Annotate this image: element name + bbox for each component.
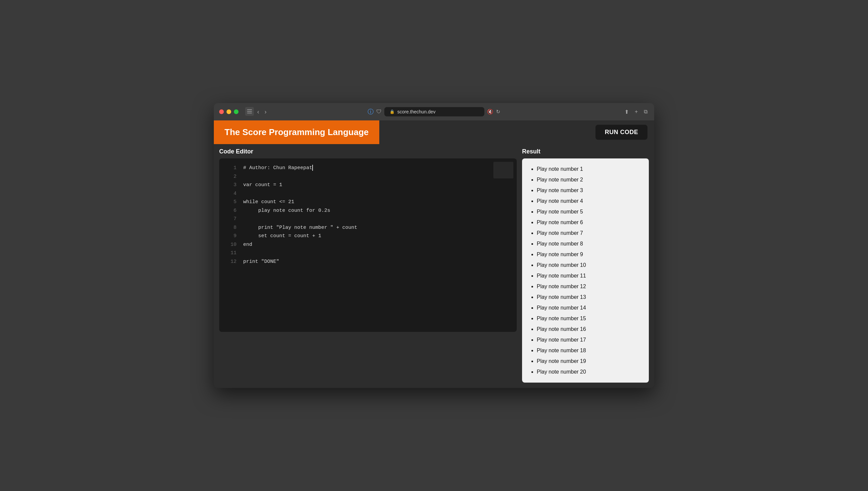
result-list: Play note number 1Play note number 2Play… xyxy=(530,164,641,377)
code-text: var count = 1 xyxy=(243,181,282,190)
svg-rect-0 xyxy=(247,109,252,110)
code-line: 2 xyxy=(219,172,517,181)
refresh-icon[interactable]: ↻ xyxy=(496,109,500,115)
close-button[interactable] xyxy=(219,109,224,114)
svg-rect-2 xyxy=(247,113,252,113)
site-title: The Score Programming Language xyxy=(214,120,379,144)
line-number: 11 xyxy=(225,249,236,258)
minimize-button[interactable] xyxy=(227,109,231,114)
page-info-icon[interactable]: ⓘ xyxy=(368,108,374,116)
code-line: 6 play note count for 0.2s xyxy=(219,206,517,215)
share-button[interactable]: ⬆ xyxy=(623,107,630,116)
result-item: Play note number 12 xyxy=(537,281,641,292)
code-text: end xyxy=(243,240,252,249)
page-header: The Score Programming Language RUN CODE xyxy=(214,120,654,144)
code-line: 3var count = 1 xyxy=(219,181,517,190)
back-button[interactable]: ‹ xyxy=(255,107,261,117)
code-text: # Author: Chun Rapeepat xyxy=(243,164,313,172)
code-lines-container: 1# Author: Chun Rapeepat23var count = 14… xyxy=(219,164,517,266)
result-item: Play note number 15 xyxy=(537,313,641,324)
editor-section: Code Editor 1# Author: Chun Rapeepat23va… xyxy=(219,144,517,383)
line-number: 4 xyxy=(225,190,236,198)
result-item: Play note number 9 xyxy=(537,249,641,260)
browser-window: ‹ › ⓘ 🛡 🔒 score.thechun.dev 🔇 ↻ ⬆ + ⧉ xyxy=(214,103,654,388)
code-text: print "DONE" xyxy=(243,258,279,266)
line-number: 12 xyxy=(225,258,236,266)
result-item: Play note number 2 xyxy=(537,174,641,185)
forward-button[interactable]: › xyxy=(263,107,268,117)
result-box: Play note number 1Play note number 2Play… xyxy=(522,158,649,383)
code-text: set count = count + 1 xyxy=(243,232,321,240)
result-item: Play note number 8 xyxy=(537,238,641,249)
line-number: 2 xyxy=(225,172,236,181)
line-number: 3 xyxy=(225,181,236,190)
shield-icon: 🛡 xyxy=(376,109,382,115)
main-content: Code Editor 1# Author: Chun Rapeepat23va… xyxy=(214,144,654,388)
svg-rect-1 xyxy=(247,111,252,112)
code-line: 12print "DONE" xyxy=(219,258,517,266)
code-text: play note count for 0.2s xyxy=(243,206,330,215)
line-number: 6 xyxy=(225,206,236,215)
speaker-icon[interactable]: 🔇 xyxy=(487,109,493,115)
result-item: Play note number 17 xyxy=(537,335,641,345)
address-bar-area: ⓘ 🛡 🔒 score.thechun.dev 🔇 ↻ xyxy=(368,107,500,116)
code-text: print "Play note number " + count xyxy=(243,224,357,232)
traffic-lights xyxy=(219,109,238,114)
result-item: Play note number 19 xyxy=(537,356,641,367)
line-number: 5 xyxy=(225,198,236,206)
code-editor[interactable]: 1# Author: Chun Rapeepat23var count = 14… xyxy=(219,158,517,332)
code-text: while count <= 21 xyxy=(243,198,294,206)
result-item: Play note number 13 xyxy=(537,292,641,302)
result-item: Play note number 20 xyxy=(537,367,641,377)
result-item: Play note number 7 xyxy=(537,228,641,238)
result-item: Play note number 11 xyxy=(537,270,641,281)
code-line: 11 xyxy=(219,249,517,258)
result-item: Play note number 18 xyxy=(537,345,641,356)
code-line: 1# Author: Chun Rapeepat xyxy=(219,164,517,172)
minimap xyxy=(493,162,513,178)
address-bar[interactable]: 🔒 score.thechun.dev xyxy=(384,107,484,116)
url-text: score.thechun.dev xyxy=(397,109,435,114)
maximize-button[interactable] xyxy=(234,109,238,114)
editor-label: Code Editor xyxy=(219,144,517,158)
title-bar: ‹ › ⓘ 🛡 🔒 score.thechun.dev 🔇 ↻ ⬆ + ⧉ xyxy=(214,103,654,120)
code-line: 4 xyxy=(219,190,517,198)
sidebar-toggle-icon[interactable] xyxy=(245,107,254,116)
result-item: Play note number 5 xyxy=(537,206,641,217)
line-number: 7 xyxy=(225,215,236,224)
result-item: Play note number 10 xyxy=(537,260,641,270)
result-section: Result Play note number 1Play note numbe… xyxy=(522,144,649,383)
page: The Score Programming Language RUN CODE … xyxy=(214,120,654,388)
nav-buttons: ‹ › xyxy=(245,107,268,117)
code-line: 9 set count = count + 1 xyxy=(219,232,517,240)
line-number: 10 xyxy=(225,240,236,249)
result-item: Play note number 14 xyxy=(537,302,641,313)
code-line: 8 print "Play note number " + count xyxy=(219,224,517,232)
code-line: 7 xyxy=(219,215,517,224)
code-line: 5while count <= 21 xyxy=(219,198,517,206)
result-item: Play note number 16 xyxy=(537,324,641,335)
run-code-button[interactable]: RUN CODE xyxy=(596,125,647,140)
line-number: 8 xyxy=(225,224,236,232)
result-item: Play note number 1 xyxy=(537,164,641,174)
code-line: 10end xyxy=(219,240,517,249)
lock-icon: 🔒 xyxy=(389,109,395,114)
result-item: Play note number 6 xyxy=(537,217,641,228)
result-item: Play note number 3 xyxy=(537,185,641,196)
result-item: Play note number 4 xyxy=(537,196,641,206)
new-tab-button[interactable]: + xyxy=(634,107,639,116)
line-number: 9 xyxy=(225,232,236,240)
line-number: 1 xyxy=(225,164,236,172)
tab-overview-button[interactable]: ⧉ xyxy=(642,107,649,116)
text-cursor xyxy=(312,165,313,171)
result-label: Result xyxy=(522,144,649,158)
toolbar-right: ⬆ + ⧉ xyxy=(623,107,649,116)
